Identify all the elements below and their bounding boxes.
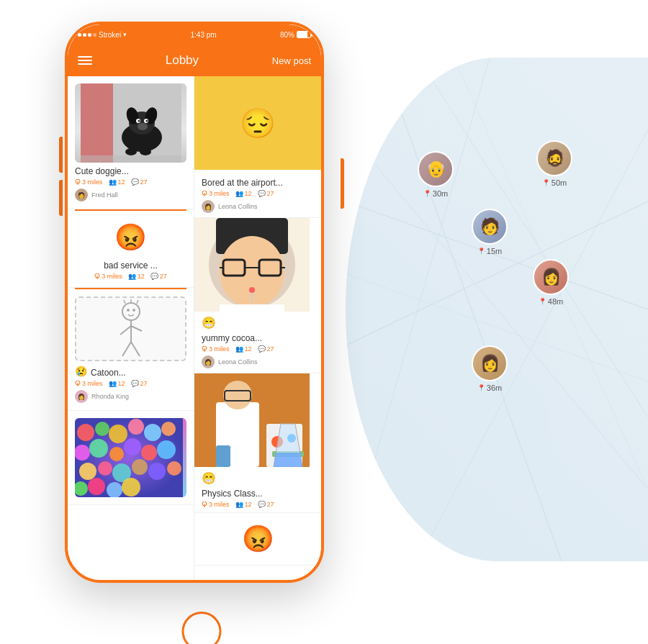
- physics-image: [194, 373, 321, 467]
- meta-miles: 3 miles: [94, 273, 122, 280]
- post-author-catoon: 👩 Rhonda King: [75, 390, 186, 403]
- dog-image: [75, 83, 186, 163]
- meta-comments-dog: 💬 27: [131, 178, 148, 186]
- svg-point-47: [75, 445, 90, 461]
- physics-post-content: 😁 Physics Class... 3 miles 👥 12 💬 27: [194, 467, 321, 512]
- post-meta-bad-service: 3 miles 👥 12 💬 27: [94, 273, 167, 280]
- wifi-icon: ▾: [123, 31, 127, 38]
- menu-button[interactable]: [78, 56, 92, 65]
- post-cute-doggie[interactable]: Cute doggie... 3 miles 👥 12 💬 27 🧑 Fred: [68, 76, 194, 209]
- bottom-emoji: 😡: [242, 524, 274, 554]
- svg-point-48: [89, 439, 108, 458]
- map-avatar-2[interactable]: 🧑 15m: [472, 209, 508, 255]
- content-area: Cute doggie... 3 miles 👥 12 💬 27 🧑 Fred: [68, 76, 321, 580]
- author-avatar-catoon: 👩: [75, 390, 88, 403]
- svg-point-57: [148, 463, 166, 480]
- svg-line-32: [137, 300, 138, 304]
- airport-image: 😔: [194, 76, 321, 170]
- svg-point-49: [109, 447, 124, 461]
- svg-point-50: [124, 438, 141, 455]
- post-emoji-bottom[interactable]: 😡: [194, 513, 321, 566]
- post-author-cocoa: 👩 Leona Collins: [202, 355, 314, 368]
- author-name-dog: Fred Hall: [91, 191, 118, 199]
- author-avatar-airport: 👩: [202, 200, 215, 213]
- post-bad-service[interactable]: 😡 bad service ... 3 miles 👥 12 💬 27: [68, 211, 194, 288]
- phone-screen: Strokei ▾ 1:43 pm 80% Lobby Ne: [68, 24, 321, 580]
- airport-emoji: 😔: [240, 106, 276, 140]
- status-left: Strokei ▾: [78, 31, 127, 39]
- author-name-cocoa: Leona Collins: [218, 358, 258, 366]
- author-name-catoon: Rhonda King: [91, 393, 129, 400]
- signal-dot-2: [83, 33, 86, 37]
- svg-point-43: [109, 425, 127, 443]
- status-bar: Strokei ▾ 1:43 pm 80%: [68, 24, 321, 45]
- svg-point-62: [122, 478, 140, 496]
- battery-percent: 80%: [280, 31, 294, 39]
- svg-line-5: [346, 58, 490, 561]
- map-avatar-5[interactable]: 👩 36m: [472, 345, 508, 392]
- catoon-image: [75, 296, 186, 361]
- airport-post-content: Bored at the airport... 3 miles 👥 12 💬 2…: [194, 170, 321, 217]
- signal-dots: [78, 33, 96, 37]
- svg-point-53: [79, 463, 96, 480]
- svg-point-42: [95, 422, 109, 436]
- phone-screen-outer: Strokei ▾ 1:43 pm 80% Lobby Ne: [65, 22, 324, 583]
- physics-emoji: 😁: [202, 472, 216, 484]
- meta-users: 👥 12: [128, 273, 145, 280]
- svg-rect-84: [216, 445, 230, 467]
- nav-title: Lobby: [166, 53, 199, 68]
- post-title-airport: Bored at the airport...: [202, 178, 314, 188]
- post-meta-catoon: 3 miles 👥 12 💬 27: [75, 380, 186, 387]
- post-author-airport: 👩 Leona Collins: [202, 200, 314, 213]
- post-airport[interactable]: 😔 Bored at the airport... 3 miles 👥 12 �: [194, 76, 321, 218]
- post-title-bad-service: bad service ...: [104, 260, 158, 271]
- svg-point-18: [145, 120, 148, 122]
- right-column: 😔 Bored at the airport... 3 miles 👥 12 �: [194, 76, 321, 580]
- meta-comments: 💬 27: [150, 273, 167, 280]
- catoon-emoji: 😢: [75, 366, 87, 377]
- svg-line-1: [382, 58, 562, 561]
- svg-line-30: [124, 300, 125, 304]
- volume-up-button[interactable]: [59, 137, 63, 173]
- svg-point-41: [77, 424, 94, 441]
- left-column: Cute doggie... 3 miles 👥 12 💬 27 🧑 Fred: [68, 76, 194, 580]
- post-meta-cocoa: 3 miles 👥 12 💬 27: [202, 345, 314, 353]
- svg-line-37: [131, 342, 140, 356]
- author-name-airport: Leona Collins: [218, 203, 258, 210]
- home-button[interactable]: [182, 612, 222, 644]
- power-button[interactable]: [341, 158, 344, 209]
- svg-line-34: [120, 326, 131, 335]
- time-display: 1:43 pm: [190, 31, 216, 39]
- new-post-button[interactable]: New post: [272, 55, 311, 66]
- post-yummy-cocoa[interactable]: 😁 yummy cocoa... 3 miles 👥 12 💬 27: [194, 218, 321, 373]
- meta-miles-dog: 3 miles: [75, 178, 103, 186]
- meta-users-dog: 👥 12: [109, 178, 125, 186]
- svg-point-74: [249, 287, 255, 293]
- author-avatar-dog: 🧑: [75, 189, 88, 201]
- map-avatar-3[interactable]: 🧔 50m: [536, 140, 572, 187]
- post-title-catoon: Catoon...: [91, 368, 126, 378]
- post-candy[interactable]: [68, 411, 194, 505]
- svg-point-27: [122, 303, 140, 320]
- svg-line-36: [122, 342, 131, 356]
- post-title-cocoa: yummy cocoa...: [202, 333, 314, 343]
- svg-point-29: [132, 309, 135, 312]
- bad-service-emoji: 😡: [114, 222, 147, 253]
- svg-point-46: [161, 422, 176, 436]
- map-avatar-1[interactable]: 👴 30m: [418, 151, 454, 198]
- battery-icon: [297, 31, 311, 38]
- svg-point-52: [157, 440, 176, 459]
- post-physics[interactable]: 😁 Physics Class... 3 miles 👥 12 💬 27: [194, 373, 321, 513]
- svg-point-60: [88, 478, 105, 495]
- svg-point-58: [167, 461, 181, 476]
- post-catoon[interactable]: 😢 Catoon... 3 miles 👥 12 💬 27: [68, 289, 194, 411]
- signal-dot-4: [93, 33, 96, 37]
- svg-point-19: [138, 123, 148, 130]
- svg-point-17: [138, 120, 140, 122]
- map-avatar-4[interactable]: 👩 48m: [533, 259, 569, 306]
- volume-down-button[interactable]: [59, 180, 63, 216]
- svg-point-61: [107, 482, 122, 497]
- svg-point-20: [125, 148, 137, 155]
- svg-point-51: [141, 445, 157, 461]
- post-meta-physics: 3 miles 👥 12 💬 27: [202, 501, 314, 508]
